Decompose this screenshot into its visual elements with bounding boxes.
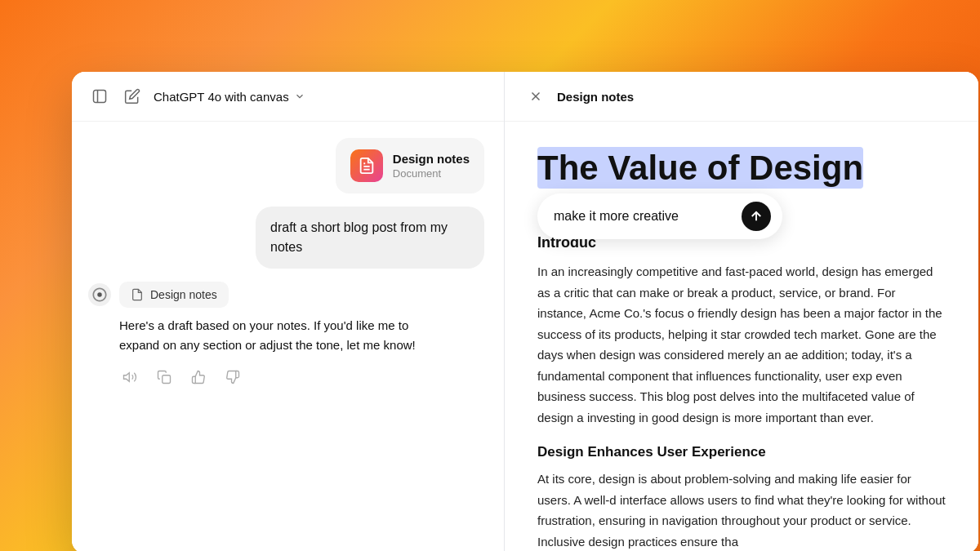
chat-panel: ChatGPT 4o with canvas: [72, 72, 505, 551]
canvas-close-button[interactable]: [524, 85, 547, 108]
doc-heading-text: The Value of Design: [537, 147, 863, 189]
ai-content: Design notes Here's a draft based on you…: [119, 282, 430, 388]
new-chat-button[interactable]: [121, 85, 144, 108]
svg-rect-7: [163, 375, 171, 384]
copy-button[interactable]: [154, 367, 175, 388]
ai-response: Design notes Here's a draft based on you…: [88, 282, 488, 388]
canvas-title: Design notes: [557, 90, 634, 104]
svg-marker-6: [124, 373, 130, 382]
canvas-header: Design notes: [505, 72, 978, 122]
app-window: ChatGPT 4o with canvas: [72, 72, 978, 551]
doc-type: Document: [393, 167, 470, 180]
doc-icon-wrapper: [350, 149, 383, 182]
sidebar-toggle-button[interactable]: [88, 85, 111, 108]
chat-messages: Design notes Document draft a short blog…: [72, 122, 504, 551]
document-attachment: Design notes Document: [336, 138, 484, 193]
inline-edit-popup: [537, 193, 782, 239]
doc-section-paragraph: At its core, design is about problem-sol…: [537, 469, 946, 551]
doc-name: Design notes: [393, 152, 470, 166]
chat-header: ChatGPT 4o with canvas: [72, 72, 504, 122]
model-selector[interactable]: ChatGPT 4o with canvas: [154, 90, 305, 104]
doc-section-heading: Design Enhances User Experience: [537, 444, 946, 460]
svg-rect-0: [94, 91, 106, 103]
doc-info: Design notes Document: [393, 152, 470, 180]
svg-point-5: [97, 292, 101, 296]
thumbs-up-button[interactable]: [188, 367, 209, 388]
user-message: draft a short blog post from my notes: [256, 207, 484, 269]
ai-avatar: [88, 283, 111, 306]
thumbs-down-button[interactable]: [222, 367, 243, 388]
doc-intro-paragraph: In an increasingly competitive and fast-…: [537, 261, 946, 428]
inline-edit-input[interactable]: [554, 209, 733, 224]
canvas-panel: Design notes The Value of Design: [505, 72, 978, 551]
ai-doc-reference: Design notes: [119, 282, 229, 308]
audio-button[interactable]: [119, 367, 140, 388]
inline-send-button[interactable]: [742, 202, 771, 231]
heading-section: The Value of Design: [537, 148, 946, 208]
ai-response-text: Here's a draft based on your notes. If y…: [119, 316, 430, 355]
ai-action-buttons: [119, 367, 430, 388]
doc-heading: The Value of Design: [537, 148, 863, 189]
ai-doc-ref-label: Design notes: [150, 288, 217, 301]
doc-content: The Value of Design Introduc In an incre…: [505, 122, 978, 551]
model-name: ChatGPT 4o with canvas: [154, 90, 289, 104]
